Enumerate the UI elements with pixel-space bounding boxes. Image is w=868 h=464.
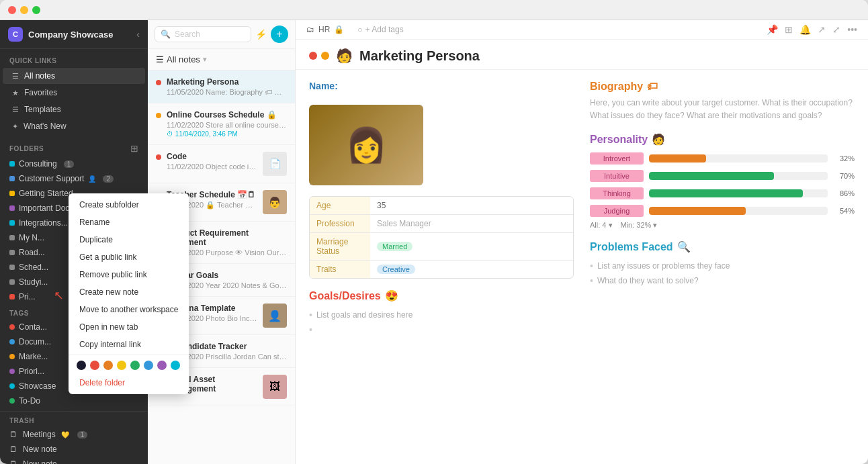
context-menu-remove-public-link[interactable]: Remove public link: [69, 266, 189, 283]
toolbar-tags[interactable]: ○ + Add tags: [357, 25, 403, 34]
search-placeholder: Search: [175, 30, 200, 39]
personality-row-intuitive: Intuitive 70%: [590, 170, 855, 182]
lock-icon: 🔒: [334, 25, 344, 34]
context-arrow-icon: ↖: [54, 288, 64, 303]
trash-section: Trash 🗒 Meetings 💛 1 🗒 New note 🗒 New no…: [0, 411, 148, 464]
trash-item-newnote2[interactable]: 🗒 New note: [0, 457, 148, 464]
folders-header: Folders ⊞: [0, 140, 148, 156]
search-bar[interactable]: 🔍 Search: [155, 26, 251, 42]
personality-bar-bg-introvert: [649, 154, 828, 163]
color-swatch-purple[interactable]: [157, 361, 167, 370]
share-icon[interactable]: ↗: [818, 24, 826, 35]
editor-title-icons: [309, 52, 329, 60]
note-title: Online Courses Schedule 🔒: [167, 110, 287, 120]
all-notes-label: All notes: [167, 54, 200, 64]
bell-icon[interactable]: 🔔: [799, 24, 811, 35]
color-swatch-cyan[interactable]: [171, 361, 180, 370]
pin-icon[interactable]: 📌: [767, 24, 778, 35]
context-menu-colors: [69, 357, 189, 374]
context-menu-move-workspace[interactable]: Move to another workspace: [69, 301, 189, 318]
goals-emoji: 😍: [385, 289, 398, 302]
folder-label: Getting Started: [19, 189, 73, 198]
maximize-button[interactable]: [32, 6, 40, 14]
note-title: Code: [167, 152, 257, 161]
personality-min[interactable]: Min: 32% ▾: [621, 221, 658, 230]
minimize-button[interactable]: [20, 6, 28, 14]
goals-list: List goals and desires here: [309, 308, 574, 337]
info-table: Age 35 Profession Sales Manager Marriage…: [309, 196, 574, 279]
notes-dropdown-icon[interactable]: ▾: [203, 55, 207, 64]
folder-dot: [9, 279, 15, 285]
note-content: Code 11/02/2020 Object code is a porti..…: [167, 152, 257, 171]
folders-label: Folders: [9, 145, 44, 152]
folders-add-icon[interactable]: ⊞: [130, 143, 138, 154]
quick-links-section: Quick Links ☰ All notes ★ Favorites ☰ Te…: [0, 49, 148, 140]
sidebar-item-label: Favorites: [24, 88, 57, 97]
note-item-marketing-persona[interactable]: Marketing Persona 11/05/2020 Name: Biogr…: [148, 71, 295, 103]
tag-dot: [9, 339, 15, 344]
note-item-code[interactable]: Code 11/02/2020 Object code is a porti..…: [148, 145, 295, 183]
personality-bar-bg-thinking: [649, 189, 828, 197]
add-note-button[interactable]: +: [271, 26, 288, 43]
folder-badge: 2: [103, 175, 114, 183]
tag-dot: [9, 398, 15, 404]
personality-bar-bg-intuitive: [649, 172, 828, 180]
folder-label: Sched...: [19, 263, 48, 272]
context-menu-get-public-link[interactable]: Get a public link: [69, 248, 189, 266]
color-swatch-yellow[interactable]: [117, 361, 126, 370]
personality-label-thinking: Thinking: [590, 187, 644, 199]
close-button[interactable]: [8, 6, 16, 14]
note-title: Marketing Persona: [167, 77, 287, 87]
folder-item-customer-support[interactable]: Customer Support 👤 2: [0, 171, 148, 186]
color-swatch-green[interactable]: [130, 361, 140, 370]
color-swatch-red[interactable]: [90, 361, 99, 370]
color-swatch-dark[interactable]: [77, 361, 86, 370]
personality-bars: Introvert 32% Intuitive: [590, 152, 855, 217]
personality-all[interactable]: All: 4 ▾: [590, 221, 613, 230]
context-menu-create-new-note[interactable]: Create new note: [69, 283, 189, 301]
sidebar-item-all-notes[interactable]: ☰ All notes: [3, 68, 145, 84]
sidebar-item-whats-new[interactable]: ✦ What's New: [3, 118, 145, 134]
context-menu-delete-folder[interactable]: Delete folder: [69, 374, 189, 391]
note-date: ⏱ 11/04/2020, 3:46 PM: [167, 130, 287, 138]
context-menu-copy-link[interactable]: Copy internal link: [69, 336, 189, 353]
more-icon[interactable]: •••: [847, 24, 857, 35]
trash-item-newnote1[interactable]: 🗒 New note: [0, 442, 148, 457]
goals-title: Goals/Desires 😍: [309, 289, 574, 302]
trash-label: Trash: [0, 414, 148, 427]
folder-label: Consulting: [19, 159, 57, 169]
context-menu-create-subfolder[interactable]: Create subfolder: [69, 196, 189, 214]
sidebar-toggle[interactable]: ‹: [136, 29, 140, 40]
info-key-traits: Traits: [310, 261, 370, 278]
left-column: Name: 👩 Age 35 Profession Sales M: [309, 81, 574, 453]
personality-row-thinking: Thinking 86%: [590, 187, 855, 199]
sidebar-item-templates[interactable]: ☰ Templates: [3, 101, 145, 118]
folder-dot: [9, 294, 15, 299]
personality-emoji: 🧑: [652, 133, 665, 146]
note-item-online-courses[interactable]: Online Courses Schedule 🔒 11/02/2020 Sto…: [148, 103, 295, 145]
grid-icon[interactable]: ⊞: [785, 24, 793, 35]
context-menu-rename[interactable]: Rename: [69, 214, 189, 231]
sidebar-item-favorites[interactable]: ★ Favorites: [3, 85, 145, 101]
context-menu-open-new-tab[interactable]: Open in new tab: [69, 318, 189, 336]
editor-body: Name: 👩 Age 35 Profession Sales M: [296, 70, 868, 464]
context-menu-duplicate[interactable]: Duplicate: [69, 231, 189, 248]
trash-item-meetings[interactable]: 🗒 Meetings 💛 1: [0, 427, 148, 442]
favorites-icon: ★: [12, 89, 19, 97]
trash-icon: 🗒: [9, 445, 17, 454]
color-swatch-orange[interactable]: [103, 361, 113, 370]
filter-button[interactable]: ⚡: [255, 29, 267, 40]
trash-item-label: New note: [23, 445, 57, 454]
personality-pct-introvert: 32%: [833, 154, 855, 163]
tag-item-todo[interactable]: To-Do: [0, 393, 148, 408]
folder-dot: [9, 191, 15, 196]
personality-row-judging: Judging 54%: [590, 205, 855, 217]
folder-item-consulting[interactable]: Consulting 1: [0, 156, 148, 171]
all-notes-icon: ☰: [12, 72, 19, 81]
problems-list-item-1: List any issues or problems they face: [590, 259, 855, 273]
info-key-profession: Profession: [310, 215, 370, 232]
personality-bar-bg-judging: [649, 207, 828, 215]
color-swatch-blue[interactable]: [144, 361, 153, 370]
expand-icon[interactable]: ⤢: [832, 24, 840, 35]
all-notes-icon: ☰: [156, 54, 164, 64]
